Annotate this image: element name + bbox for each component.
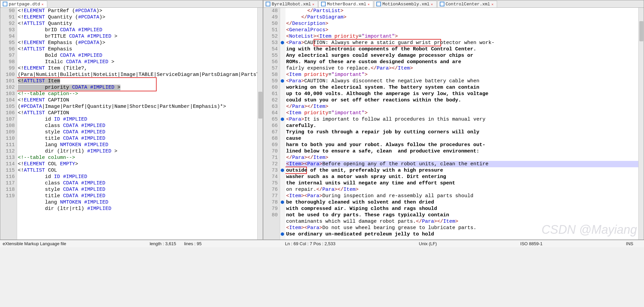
scroll-thumb[interactable] (258, 92, 262, 119)
tab-controlcenter-xml[interactable]: ControlCenter.xml✕ (437, 1, 497, 7)
right-tabbar: ByrellRobot.xml✕MotherBoard.xml✕MotionAs… (263, 0, 644, 8)
left-code[interactable]: <!ELEMENT PartRef (#PCDATA)><!ELEMENT Qu… (17, 8, 257, 239)
status-lines: lines : 95 (184, 241, 202, 246)
close-icon[interactable]: ✕ (431, 2, 434, 6)
tab-motherboard-xml[interactable]: MotherBoard.xml✕ (319, 1, 373, 7)
close-icon[interactable]: ✕ (368, 2, 371, 6)
close-icon[interactable]: ✕ (42, 2, 45, 6)
right-code[interactable]: </PartsList> </PartsDiagram></Descriptio… (285, 8, 638, 239)
tab-motionassembly-xml[interactable]: MotionAssembly.xml✕ (374, 1, 436, 7)
file-icon (266, 2, 270, 6)
right-scrollbar[interactable] (638, 8, 644, 239)
tab-label: MotionAssembly.xml (382, 2, 429, 7)
right-editor[interactable]: 4849505152535455565758596061626364656667… (263, 8, 644, 239)
breakpoint-dot[interactable] (281, 201, 284, 204)
scroll-thumb[interactable] (639, 21, 643, 41)
left-tabbar: partpage.dtd✕ (0, 0, 263, 8)
file-icon (321, 2, 326, 6)
tab-label: ByrellRobot.xml (272, 2, 311, 7)
status-lang: eXtensible Markup Language file (3, 241, 66, 246)
breakpoint-dot[interactable] (281, 232, 284, 236)
status-enc: ISO 8859-1 (520, 241, 543, 246)
status-length: length : 3,615 (150, 241, 176, 246)
right-gutter: 4849505152535455565758596061626364656667… (263, 8, 280, 239)
right-pane: ByrellRobot.xml✕MotherBoard.xml✕MotionAs… (263, 0, 644, 240)
left-editor[interactable]: 9091929394959697989910010110210310410510… (0, 8, 263, 239)
status-eol: Unix (LF) (419, 241, 437, 246)
file-icon (440, 2, 444, 6)
left-gutter: 9091929394959697989910010110210310410510… (0, 8, 17, 239)
breakpoint-dot[interactable] (281, 41, 284, 44)
breakpoint-dot[interactable] (281, 169, 284, 172)
left-pane: partpage.dtd✕ 90919293949596979899100101… (0, 0, 263, 240)
close-icon[interactable]: ✕ (491, 2, 495, 6)
right-fold-column[interactable] (280, 8, 285, 239)
statusbar: eXtensible Markup Language file length :… (0, 240, 644, 247)
status-pos: Ln : 69 Col : 7 Pos : 2,533 (285, 241, 335, 246)
status-mode: INS (626, 241, 633, 246)
breakpoint-dot[interactable] (281, 79, 284, 83)
close-icon[interactable]: ✕ (312, 2, 316, 6)
tab-label: partpage.dtd (9, 2, 40, 7)
file-icon (3, 2, 7, 6)
file-icon (376, 2, 381, 6)
tab-byrellrobot-xml[interactable]: ByrellRobot.xml✕ (263, 1, 318, 7)
tab-partpage-dtd[interactable]: partpage.dtd✕ (0, 1, 47, 7)
tab-label: ControlCenter.xml (446, 2, 490, 7)
breakpoint-dot[interactable] (281, 118, 284, 121)
tab-label: MotherBoard.xml (327, 2, 366, 7)
left-scrollbar[interactable] (257, 8, 263, 239)
